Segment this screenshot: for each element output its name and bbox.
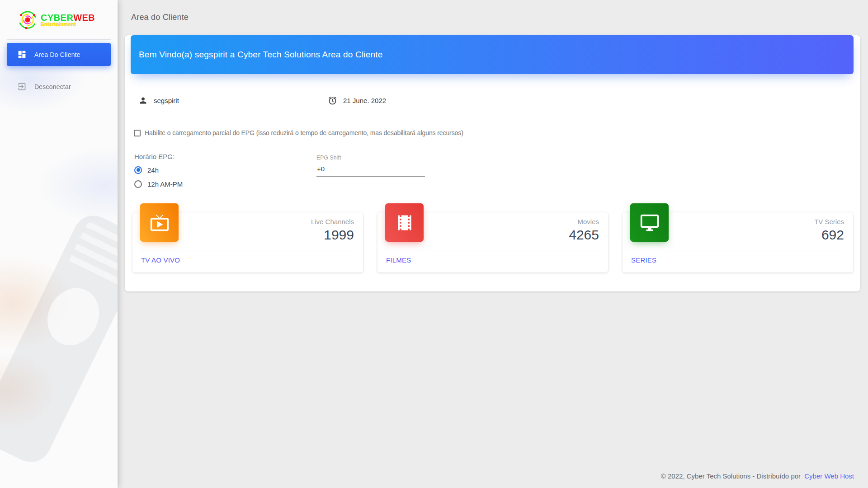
alarm-clock-icon [328, 96, 337, 105]
expiry-date-field: 21 June. 2022 [328, 96, 386, 105]
footer-copyright: © 2022, Cyber Tech Solutions - Distribuí… [661, 472, 854, 480]
epg-schedule-group: Horário EPG: 24h 12h AM-PM [134, 153, 316, 188]
series-link[interactable]: SERIES [631, 256, 656, 264]
tv-series-tile [630, 203, 669, 242]
stats-cards-row: Live Channels 1999 TV AO VIVO Movies 426… [132, 212, 853, 272]
welcome-banner: Bem Vindo(a) segspirit a Cyber Tech Solu… [131, 35, 854, 74]
account-info-row: segspirit 21 June. 2022 [125, 95, 860, 106]
film-strip-icon [395, 213, 415, 233]
epg-option-24h-label: 24h [147, 166, 159, 174]
sidebar-item-label: Desconectar [34, 83, 71, 90]
brand-word-web: WEB [73, 13, 95, 23]
sidebar-item-label: Area Do Cliente [34, 51, 80, 58]
tv-ao-vivo-link[interactable]: TV AO VIVO [141, 256, 180, 264]
tv-series-card: TV Series 692 SERIES [623, 212, 853, 272]
live-channels-card: Live Channels 1999 TV AO VIVO [132, 212, 363, 272]
epg-option-24h-row: 24h [134, 165, 316, 174]
sidebar-item-area-do-cliente[interactable]: Area Do Cliente [7, 43, 111, 66]
username-field: segspirit [138, 96, 328, 105]
card-divider [140, 250, 355, 250]
sidebar-nav: Area Do Cliente Desconectar [0, 40, 118, 103]
epg-partial-load-row: Habilite o carregamento parcial do EPG (… [125, 128, 860, 137]
movies-tile [385, 203, 424, 242]
epg-option-12h-row: 12h AM-PM [134, 179, 316, 188]
brand-logo: CYBERWEB Entertainment [0, 0, 118, 33]
username-text: segspirit [154, 97, 179, 104]
main-content: Area do Cliente Bem Vindo(a) segspirit a… [118, 0, 868, 488]
epg-shift-group: EPG Shift [316, 153, 425, 188]
live-channels-tile [140, 203, 179, 242]
card-divider [630, 250, 845, 250]
sidebar-item-desconectar[interactable]: Desconectar [7, 75, 111, 98]
logout-icon [17, 82, 27, 91]
expiry-date-text: 21 June. 2022 [343, 97, 386, 104]
sidebar: CYBERWEB Entertainment Area Do Cliente D… [0, 0, 118, 488]
dashboard-icon [17, 50, 27, 59]
live-tv-icon [150, 213, 170, 233]
brand-wordmark: CYBERWEB Entertainment [41, 13, 95, 27]
filmes-link[interactable]: FILMES [386, 256, 411, 264]
welcome-banner-text: Bem Vindo(a) segspirit a Cyber Tech Solu… [139, 50, 383, 60]
epg-option-12h-radio[interactable] [134, 180, 142, 188]
page-title: Area do Cliente [125, 0, 860, 22]
card-divider [385, 250, 600, 250]
epg-partial-load-checkbox[interactable] [134, 130, 141, 136]
person-icon [138, 96, 148, 105]
epg-shift-label: EPG Shift [316, 155, 425, 161]
epg-schedule-label: Horário EPG: [134, 153, 316, 160]
epg-option-12h-label: 12h AM-PM [147, 180, 183, 188]
epg-shift-input[interactable] [316, 165, 425, 177]
epg-option-24h-radio[interactable] [134, 166, 142, 174]
footer-text: © 2022, Cyber Tech Solutions - Distribuí… [661, 472, 801, 480]
epg-partial-load-label: Habilite o carregamento parcial do EPG (… [145, 129, 463, 136]
epg-settings-row: Horário EPG: 24h 12h AM-PM EPG Shift [125, 153, 860, 188]
brand-emblem-icon [17, 9, 38, 31]
client-area-card: Bem Vindo(a) segspirit a Cyber Tech Solu… [125, 35, 860, 291]
cyber-web-host-link[interactable]: Cyber Web Host [804, 472, 854, 480]
remote-control-photo-shape [0, 209, 118, 469]
movies-card: Movies 4265 FILMES [377, 212, 608, 272]
monitor-icon [640, 213, 660, 233]
